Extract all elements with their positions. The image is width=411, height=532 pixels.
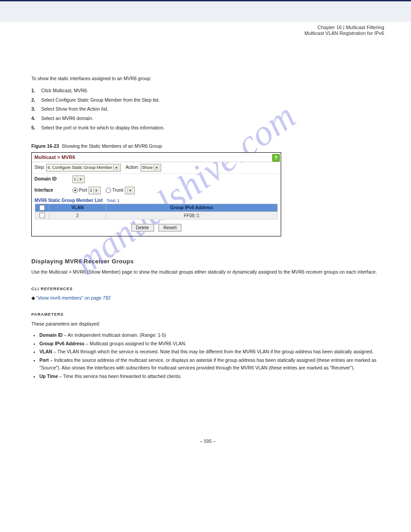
step-text: Select an MVR6 domain. (41, 116, 93, 121)
param-label: Up Time (39, 373, 58, 379)
domain-row: Domain ID 1▾ (32, 174, 281, 185)
step-label: Step: (34, 165, 45, 170)
step-2: 2.Select Configure Static Group Member f… (31, 96, 384, 104)
step-num: 1. (31, 87, 41, 94)
chapter-subtitle: Multicast VLAN Registration for IPv6 (31, 30, 384, 36)
param-item: Port – Indicates the source address of t… (39, 356, 384, 372)
table-header-row: VLAN Group IPv6 Address (35, 204, 278, 211)
trunk-label: Trunk (112, 188, 124, 193)
action-label: Action: (125, 165, 139, 170)
section-para: Use the Multicast > MVR6 (Show Member) p… (31, 268, 384, 275)
page-footer: – 595 – (31, 438, 384, 453)
param-item: Domain ID – An independent multicast dom… (39, 331, 384, 339)
domain-value: 1 (74, 176, 76, 181)
delete-button[interactable]: Delete (131, 224, 154, 232)
th-group: Group IPv6 Address (106, 204, 278, 211)
action-value: Show (142, 165, 153, 170)
th-select (35, 204, 49, 211)
cli-ref-line: ◆ "show mvr6 members" on page 792 (31, 295, 384, 302)
revert-button[interactable]: Revert (158, 224, 181, 232)
step-value: 6. Configure Static Group Member (47, 165, 112, 170)
step-text: Click Multicast, MVR6. (41, 88, 88, 93)
step-dropdown[interactable]: 6. Configure Static Group Member▾ (46, 164, 121, 172)
list-title-text: MVR6 Static Group Member List (34, 198, 103, 203)
step-5: 5.Select the port or trunk for which to … (31, 124, 384, 132)
port-radio[interactable] (73, 188, 78, 193)
interface-row: Interface Port 2▾ Trunk ▾ (32, 185, 281, 196)
step-num: 5. (31, 124, 41, 132)
step-text: Select Show from the Action list. (41, 106, 108, 112)
step-action-row: Step: 6. Configure Static Group Member▾ … (32, 162, 281, 174)
domain-label: Domain ID (34, 176, 71, 181)
step-num: 3. (31, 105, 41, 113)
param-label: VLAN (39, 349, 52, 354)
step-text: Select Configure Static Group Member fro… (41, 97, 160, 103)
chapter-line: Chapter 16 (317, 25, 342, 30)
breadcrumb-text: Multicast > MVR6 (34, 154, 75, 160)
trunk-radio[interactable] (106, 188, 111, 193)
steps-list: 1.Click Multicast, MVR6. 2.Select Config… (31, 87, 384, 132)
header-band (0, 1, 411, 22)
domain-dropdown[interactable]: 1▾ (73, 176, 85, 183)
screenshot-panel: Multicast > MVR6 ? Step: 6. Configure St… (31, 152, 281, 237)
button-row: Delete Revert (32, 219, 281, 236)
step-num: 4. (31, 115, 41, 122)
chevron-down-icon: ▾ (93, 188, 99, 193)
member-table: VLAN Group IPv6 Address 2 FF08::1 (35, 204, 278, 220)
step-1: 1.Click Multicast, MVR6. (31, 87, 384, 94)
chevron-down-icon: ▾ (113, 165, 120, 171)
param-item: Up Time – Time this service has been for… (39, 373, 384, 380)
step-3: 3.Select Show from the Action list. (31, 105, 384, 113)
param-desc: – Time this service has been forwarded t… (58, 373, 181, 379)
chevron-down-icon: ▾ (154, 165, 160, 171)
chapter-block: Chapter 16 | Multicast Filtering Multica… (31, 25, 384, 36)
help-icon[interactable]: ? (272, 154, 280, 162)
step-text: Select the port or trunk for which to di… (41, 125, 164, 130)
chevron-down-icon: ▾ (127, 188, 133, 193)
cell-group: FF08::1 (106, 212, 278, 219)
port-value: 2 (90, 188, 92, 193)
param-desc: – Multicast groups assigned to the MVR6 … (85, 341, 187, 346)
port-label: Port (79, 188, 87, 193)
param-label: Port (39, 357, 49, 363)
param-desc: – Indicates the source address of the mu… (39, 357, 377, 370)
figure-num: Figure 16-23 (31, 143, 59, 149)
param-label: Group IPv6 Address (39, 341, 85, 346)
step-4: 4.Select an MVR6 domain. (31, 115, 384, 122)
intro-line: To show the static interfaces assigned t… (31, 75, 384, 82)
list-title: MVR6 Static Group Member List Total: 1 (32, 196, 281, 204)
chapter-name: Multicast Filtering (346, 25, 384, 30)
row-checkbox[interactable] (39, 213, 45, 218)
cli-ref-link[interactable]: "show mvr6 members" on page 792 (36, 295, 111, 300)
action-dropdown[interactable]: Show▾ (141, 164, 161, 172)
interface-label: Interface (34, 188, 71, 193)
cli-heading: CLI REFERENCES (31, 287, 384, 291)
page-content: manualshive.com Chapter 16 | Multicast F… (0, 25, 411, 453)
cell-vlan: 2 (49, 212, 106, 219)
param-item: VLAN – The VLAN through which the servic… (39, 348, 384, 356)
param-label: Domain ID (39, 332, 63, 338)
figure-title: Showing the Static Members of an MVR6 Gr… (62, 143, 162, 149)
step-num: 2. (31, 96, 41, 104)
list-total: Total: 1 (107, 198, 120, 203)
param-intro: These parameters are displayed: (31, 320, 384, 327)
panel-breadcrumb: Multicast > MVR6 ? (32, 153, 281, 162)
param-desc: – An independent multicast domain. (Rang… (63, 332, 166, 338)
section-heading: Displaying MVR6 Receiver Groups (31, 258, 384, 265)
param-desc: – The VLAN through which the service is … (52, 349, 374, 354)
cell-select (35, 212, 49, 219)
chevron-down-icon: ▾ (77, 177, 83, 182)
table-row: 2 FF08::1 (35, 212, 278, 219)
bullet-icon: ◆ (31, 295, 36, 300)
select-all-checkbox[interactable] (39, 205, 45, 210)
param-list: Domain ID – An independent multicast dom… (31, 331, 384, 380)
port-dropdown[interactable]: 2▾ (89, 187, 101, 194)
th-vlan: VLAN (49, 204, 106, 211)
figure-label: Figure 16-23 Showing the Static Members … (31, 143, 384, 149)
param-heading: PARAMETERS (31, 312, 384, 317)
trunk-dropdown[interactable]: ▾ (125, 187, 135, 194)
param-item: Group IPv6 Address – Multicast groups as… (39, 340, 384, 348)
